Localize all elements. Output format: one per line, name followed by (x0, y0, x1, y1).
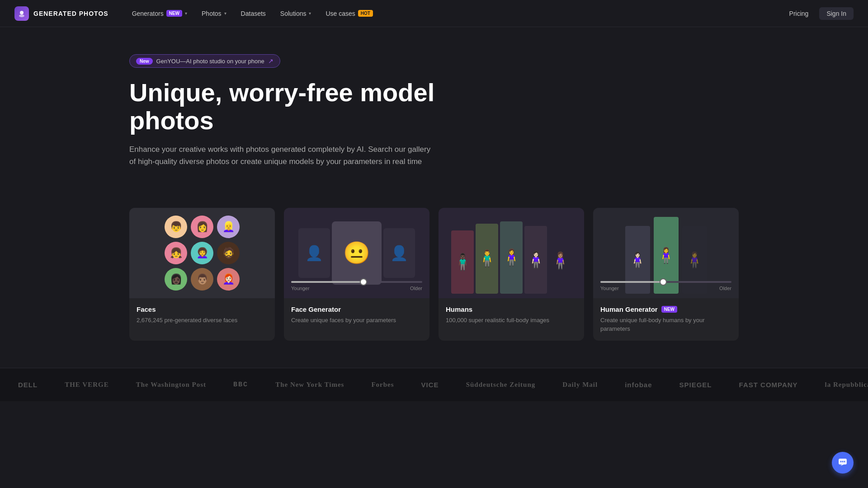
hero-section: New GenYOU—AI photo studio on your phone… (0, 27, 868, 208)
badge-new-label: New (136, 58, 153, 65)
press-vice: VICE (421, 381, 439, 389)
faces-desc: 2,676,245 pre-generated diverse faces (137, 316, 268, 325)
press-spiegel: SPIEGEL (679, 381, 712, 389)
press-republica: la Repubblica (825, 381, 868, 389)
press-dailymail: Daily Mail (562, 381, 598, 389)
human-slider-older: Older (719, 286, 731, 291)
faces-card-image: 👦 👩 👱‍♀️ 👧 👩‍🦱 🧔 👩🏿 👨🏽 👩🏻‍🦰 (129, 208, 275, 298)
human-slider-younger: Younger (600, 286, 619, 291)
svg-point-1 (19, 14, 24, 17)
press-dell-1: DELL (18, 381, 38, 389)
humans-display: 🧍🏿‍♂️ 🧍‍♂️ 🧍‍♀️ 🧍🏻‍♀️ 🧍🏽‍♀️ (439, 208, 584, 298)
human-4: 🧍🏻‍♀️ (524, 226, 547, 294)
press-bbc: BBC (233, 381, 248, 389)
face-1: 👦 (165, 216, 187, 238)
slider-younger-label: Younger (291, 286, 310, 291)
nav-item-photos[interactable]: Photos ▾ (196, 7, 232, 20)
age-slider-fill (291, 281, 363, 283)
age-slider-container[interactable]: Younger Older (291, 281, 422, 291)
generators-badge: New (166, 10, 182, 17)
face-6: 🧔 (217, 242, 240, 264)
press-sz: Süddeutsche Zeitung (466, 381, 536, 389)
human-3: 🧍‍♀️ (500, 221, 523, 294)
press-fastco: FAST COMPANY (739, 381, 798, 389)
face-8: 👨🏽 (191, 268, 213, 291)
generators-chevron: ▾ (185, 11, 187, 16)
face-7: 👩🏿 (165, 268, 187, 291)
human-1: 🧍🏿‍♂️ (451, 230, 474, 294)
age-slider-track (291, 281, 422, 283)
press-logos-container: DELL THE VERGE The Washington Post BBC T… (0, 381, 868, 389)
human-age-slider-labels: Younger Older (600, 286, 731, 291)
face-gen-side-left: 👤 (298, 228, 330, 278)
humans-card-info: Humans 100,000 super realistic full-body… (439, 298, 584, 332)
hero-announcement-badge[interactable]: New GenYOU—AI photo studio on your phone… (129, 54, 280, 68)
usecases-badge: Hot (358, 10, 373, 17)
brand-name: GENERATED PHOTOS (33, 10, 108, 17)
press-verge: THE VERGE (65, 381, 109, 389)
human-age-slider-fill (600, 281, 663, 283)
human-2: 🧍‍♂️ (476, 224, 498, 294)
pricing-link[interactable]: Pricing (789, 10, 809, 17)
faces-card-info: Faces 2,676,245 pre-generated diverse fa… (129, 298, 275, 332)
product-cards: 👦 👩 👱‍♀️ 👧 👩‍🦱 🧔 👩🏿 👨🏽 👩🏻‍🦰 Faces 2,676,… (0, 208, 868, 341)
face-gen-card-info: Face Generator Create unique faces by yo… (284, 298, 429, 332)
face-2: 👩 (191, 216, 213, 238)
nav-item-usecases[interactable]: Use cases Hot (320, 7, 378, 20)
press-infobae: infobae (625, 381, 652, 389)
navbar: GENERATED PHOTOS Generators New ▾ Photos… (0, 0, 868, 27)
solutions-chevron: ▾ (309, 11, 311, 16)
face-gen-title: Face Generator (291, 305, 422, 313)
press-forbes: Forbes (371, 381, 394, 389)
human-5: 🧍🏽‍♀️ (549, 228, 571, 294)
hero-title: Unique, worry-free model photos (129, 79, 455, 134)
age-slider-labels: Younger Older (291, 286, 422, 291)
face-gen-card-image: 👤 😐 👤 Younger Older (284, 208, 429, 298)
face-gen-main: 😐 (332, 221, 382, 285)
nav-item-solutions[interactable]: Solutions ▾ (275, 7, 317, 20)
logo-icon (14, 6, 29, 21)
svg-point-3 (840, 461, 842, 462)
press-nyt: The New York Times (275, 381, 344, 389)
nav-usecases-label: Use cases (326, 10, 355, 17)
chat-button[interactable] (832, 452, 854, 474)
human-gen-card-info: Human Generator New Create unique full-b… (593, 298, 739, 341)
press-bar: DELL THE VERGE The Washington Post BBC T… (0, 368, 868, 401)
human-age-slider-track (600, 281, 731, 283)
press-wapo: The Washington Post (136, 381, 206, 389)
photos-chevron: ▾ (224, 11, 226, 16)
nav-photos-label: Photos (202, 10, 222, 17)
svg-point-0 (20, 11, 24, 14)
age-slider-thumb (360, 278, 367, 286)
hero-subtitle: Enhance your creative works with photos … (129, 143, 437, 168)
face-gen-side-right: 👤 (383, 228, 415, 278)
human-age-slider-container[interactable]: Younger Older (600, 281, 731, 291)
human-gen-desc: Create unique full-body humans by your p… (600, 316, 731, 333)
human-age-slider-thumb (660, 278, 667, 286)
nav-item-datasets[interactable]: Datasets (236, 7, 271, 20)
nav-item-generators[interactable]: Generators New ▾ (127, 7, 193, 20)
human-generator-card[interactable]: 🧍🏻‍♀️ 🧍‍♀️ 🧍‍♀️ Younger Older Human Gene… (593, 208, 739, 341)
faces-title: Faces (137, 305, 268, 313)
face-9: 👩🏻‍🦰 (217, 268, 240, 291)
human-gen-title: Human Generator New (600, 305, 731, 313)
humans-title: Humans (446, 305, 577, 313)
nav-generators-label: Generators (132, 10, 164, 17)
nav-right: Pricing Sign In (789, 7, 854, 20)
human-gen-card-image: 🧍🏻‍♀️ 🧍‍♀️ 🧍‍♀️ Younger Older (593, 208, 739, 298)
faces-card[interactable]: 👦 👩 👱‍♀️ 👧 👩‍🦱 🧔 👩🏿 👨🏽 👩🏻‍🦰 Faces 2,676,… (129, 208, 275, 341)
face-generator-card[interactable]: 👤 😐 👤 Younger Older Face Generator Creat… (284, 208, 429, 341)
nav-links: Generators New ▾ Photos ▾ Datasets Solut… (127, 7, 789, 20)
human-gen-badge: New (661, 306, 677, 313)
signin-button[interactable]: Sign In (819, 7, 854, 20)
hero-badge-text: GenYOU—AI photo studio on your phone (156, 58, 264, 65)
nav-solutions-label: Solutions (280, 10, 307, 17)
humans-desc: 100,000 super realistic full-body images (446, 316, 577, 325)
hero-badge-arrow: ↗ (268, 57, 274, 65)
face-gen-desc: Create unique faces by your parameters (291, 316, 422, 325)
logo-container[interactable]: GENERATED PHOTOS (14, 6, 108, 21)
humans-card[interactable]: 🧍🏿‍♂️ 🧍‍♂️ 🧍‍♀️ 🧍🏻‍♀️ 🧍🏽‍♀️ Humans 100,0… (439, 208, 584, 341)
svg-point-5 (844, 461, 845, 462)
slider-older-label: Older (410, 286, 422, 291)
faces-grid: 👦 👩 👱‍♀️ 👧 👩‍🦱 🧔 👩🏿 👨🏽 👩🏻‍🦰 (157, 208, 247, 298)
